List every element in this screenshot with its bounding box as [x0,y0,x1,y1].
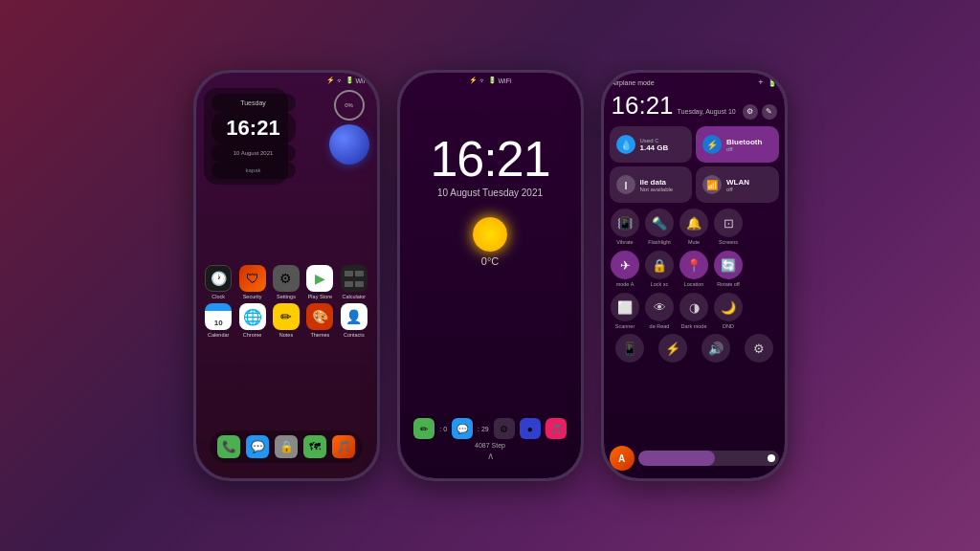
cc-buttons-row3: ⬜ Scanner 👁 de Read ◑ Dark mode 🌙 DND [604,291,785,331]
brightness-handle [768,454,775,462]
cc-power-btn[interactable]: ⚡ [653,334,693,363]
cc-reader-btn[interactable]: 👁 de Read [644,293,676,329]
location-icon: 📍 [679,251,708,279]
playstore-icon: ▶ [306,265,333,292]
sig-icon: ᯤ [479,77,486,84]
cc-vibrate-btn[interactable]: 📳 Vibrate [610,209,641,245]
cc-time-row: 16:21 Tuesday, August 10 ⚙ ✎ [604,89,785,124]
app-themes[interactable]: 🎨 Themes [305,303,335,338]
mobile-data-label: ile data [640,178,674,187]
cc-tiles: 💧 Used C 1.44 GB ⚡ Bluetooth off ‖ ile d… [604,124,785,205]
cc-volume-btn[interactable]: 🔊 [696,334,736,363]
chrome-label: Chrome [243,332,262,338]
cc-screen: Airplane mode + 🔋 16:21 Tuesday, August … [604,73,785,478]
contacts-label: Contacts [344,332,365,338]
wifi-icon: WiFi [356,77,369,84]
cc-lockscreen-btn[interactable]: 🔒 Lock sc [644,251,676,287]
cc-darkmode-btn[interactable]: ◑ Dark mode [679,293,710,329]
cc-airplane-btn[interactable]: ✈ mode A [610,251,641,287]
app-calculator[interactable]: Calculator [339,265,368,299]
add-icon: + [758,77,763,87]
lockscreen-screen: ⚡ ᯤ 🔋 WiFi 16:21 10 August Tuesday 2021 … [400,73,581,478]
cc-settings-icon[interactable]: ⚙ [743,104,758,120]
status-bar-1: ⚡ ᯤ 🔋 WiFi [196,73,377,86]
cc-screen2-btn[interactable]: 📱 [610,334,650,363]
cc-wlan-tile[interactable]: 📶 WLAN off [696,166,779,203]
app-chrome[interactable]: 🌐 Chrome [237,303,267,338]
reader-label: de Read [650,323,670,329]
signal-icon: ᯤ [337,77,344,84]
cc-scanner-btn[interactable]: ⬜ Scanner [610,293,641,329]
storage-icon: 💧 [616,135,635,154]
app-settings[interactable]: ⚙ Settings [271,265,301,299]
cc-dnd-btn[interactable]: 🌙 DND [713,293,745,329]
vibrate-label: Vibrate [616,239,633,245]
cc-rotate-btn[interactable]: 🔄 Rotate off [713,251,745,287]
themes-icon: 🎨 [306,303,333,330]
cc-location-btn[interactable]: 📍 Location [679,251,710,287]
bat-icon: 🔋 [488,77,497,84]
lock-app-row: ✏ : 0 💬 : 29 ⚙ ● 🎵 [408,418,573,439]
settings-icon: ⚙ [273,265,300,292]
cc-mute-btn[interactable]: 🔔 Mute [679,209,710,245]
app-contacts[interactable]: 👤 Contacts [339,303,368,338]
scanner-label: Scanner [615,323,635,329]
darkmode-label: Dark mode [681,323,707,329]
swipe-hint: ∧ [408,451,573,461]
cc-bluetooth-tile[interactable]: ⚡ Bluetooth off [696,126,779,163]
dock-messages[interactable]: 💬 [246,435,269,458]
lock-msg-count: : 29 [478,426,489,432]
calculator-label: Calculator [342,294,366,299]
settings2-icon: ⚙ [745,334,773,363]
calendar-label: Calendar [208,332,229,338]
cc-settings2-btn[interactable]: ⚙ [739,334,779,363]
calculator-icon [341,265,368,292]
app-notes[interactable]: ✏ Notes [271,303,301,338]
cc-edit-icon[interactable]: ✎ [762,104,777,120]
lock-time: 16:21 [430,134,549,184]
cc-flashlight-btn[interactable]: 🔦 Flashlight [644,209,676,245]
app-security[interactable]: 🛡 Security [237,265,267,299]
cc-time-display: 16:21 [612,91,674,121]
cc-screens-btn[interactable]: ⊡ Screens [713,209,745,245]
dock-phone[interactable]: 📞 [217,435,240,458]
bottom-dock: 📞 💬 🔒 🗺 🎵 [210,430,363,463]
screens-label: Screens [719,239,738,245]
cc-mobile-data-tile[interactable]: ‖ ile data Not available [610,166,693,203]
wlan-icon: 📶 [702,175,722,194]
flashlight-label: Flashlight [648,239,671,245]
right-widgets: 0% [329,88,369,165]
app-playstore[interactable]: ▶ Play Store [305,265,335,299]
brightness-slider[interactable] [638,451,779,466]
bluetooth-icon: ⚡ [326,77,335,84]
power-icon: ⚡ [658,334,687,363]
weather-sun-icon [473,217,507,252]
app-calendar[interactable]: 10 Calendar [204,303,234,338]
cc-header-icons: + 🔋 [758,77,776,87]
notes-icon: ✏ [273,303,300,330]
wlan-label: WLAN [726,178,749,187]
lock-mini-messages: 💬 [452,418,473,439]
cc-storage-tile[interactable]: 💧 Used C 1.44 GB [610,126,693,163]
dock-music[interactable]: 🎵 [332,435,355,458]
screen2-icon: 📱 [615,334,644,363]
battery-icon: 🔋 [345,77,354,84]
weather-temperature: 0°C [481,255,499,267]
battery-circle: 0% [334,90,365,121]
mute-icon: 🔔 [679,209,708,237]
step-count: 4087 Step [408,442,573,449]
vibrate-icon: 📳 [611,209,639,237]
cc-avatar: A [610,446,635,471]
dock-maps[interactable]: 🗺 [303,435,326,458]
chrome-icon: 🌐 [239,303,266,330]
airplane-icon: ✈ [611,251,639,279]
bluetooth-status: off [726,146,762,152]
battery-indicator: 🔋 [768,78,777,87]
cc-bottom-bar: A [604,446,785,471]
darkmode-icon: ◑ [679,293,708,321]
lock-mini-music: 🎵 [546,418,567,439]
lock-notes-count: : 0 [439,426,447,432]
dock-lock[interactable]: 🔒 [275,435,298,458]
reader-icon: 👁 [645,293,674,321]
app-clock[interactable]: 🕐 Clock [204,265,234,299]
